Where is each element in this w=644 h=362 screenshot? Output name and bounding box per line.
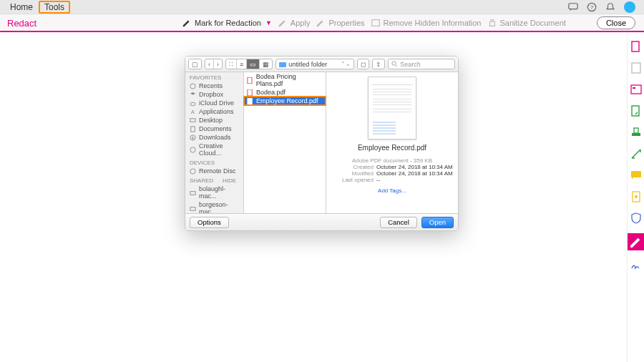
sb-label: Dropbox: [199, 91, 223, 98]
hide-link[interactable]: Hide: [223, 177, 236, 184]
sidebar-item-remote-disc[interactable]: Remote Disc: [185, 167, 243, 175]
options-button[interactable]: Options: [190, 217, 229, 228]
sidebar-item-desktop[interactable]: Desktop: [185, 116, 243, 124]
sidebar-item-recents[interactable]: Recents: [185, 82, 243, 90]
svg-rect-20: [191, 126, 195, 131]
pdf-icon[interactable]: [630, 40, 643, 53]
mark-label: Mark for Redaction: [195, 19, 261, 27]
apply-button[interactable]: Apply: [278, 18, 311, 28]
search-icon: [391, 61, 398, 67]
dialog-toolbar: ▢ ‹› ∷≡▭▦ untitled folder ⌃⌄ ◻ ⇪ Search: [185, 57, 458, 72]
meta-val: --: [376, 177, 380, 183]
sb-label: Recents: [199, 82, 223, 89]
preview-meta: Adobe PDF document - 359 KB CreatedOctob…: [331, 157, 454, 183]
svg-rect-5: [632, 63, 640, 73]
marker-icon: [182, 18, 192, 28]
close-button[interactable]: Close: [597, 16, 635, 29]
create-icon[interactable]: [630, 104, 643, 117]
open-button[interactable]: Open: [421, 217, 454, 228]
file-name: Bodea.pdf: [256, 89, 286, 96]
sidebar-item-documents[interactable]: Documents: [185, 124, 243, 133]
sidebar-head-devices: Devices: [185, 157, 243, 167]
help-icon[interactable]: ?: [587, 2, 597, 12]
sidebar-item-creative-cloud[interactable]: Creative Cloud...: [185, 142, 243, 157]
file-row[interactable]: Bodea Pricing Plans.pdf: [244, 72, 326, 88]
sidebar-item-shared-1[interactable]: bolaughl-mac...: [185, 185, 243, 200]
tag-button[interactable]: ◻: [357, 59, 369, 69]
meta-val: October 24, 2018 at 10:34 AM: [376, 164, 453, 170]
svg-rect-14: [279, 62, 286, 67]
menu-home[interactable]: Home: [4, 1, 39, 14]
sidebar-item-downloads[interactable]: Downloads: [185, 133, 243, 142]
svg-point-13: [635, 195, 638, 198]
shield-icon[interactable]: [630, 212, 643, 225]
file-row-selected[interactable]: Employee Record.pdf: [244, 97, 326, 105]
measure-icon[interactable]: [630, 147, 643, 160]
sidebar-item-applications[interactable]: AApplications: [185, 107, 243, 116]
shared-label: Shared: [190, 177, 213, 184]
sign-icon[interactable]: [630, 259, 643, 272]
dialog-sidebar: Favorites Recents Dropbox iCloud Drive A…: [185, 72, 244, 213]
svg-text:A: A: [191, 109, 195, 115]
svg-rect-7: [633, 87, 635, 89]
svg-rect-0: [569, 3, 577, 9]
redact-pen-icon[interactable]: [628, 233, 645, 250]
pdf-file-icon: [247, 89, 253, 96]
svg-point-15: [392, 62, 396, 65]
form-icon[interactable]: [630, 83, 643, 96]
share-button[interactable]: ⇪: [372, 59, 385, 69]
avatar[interactable]: [624, 1, 635, 13]
open-dialog: ▢ ‹› ∷≡▭▦ untitled folder ⌃⌄ ◻ ⇪ Search …: [185, 56, 459, 231]
sb-label: Applications: [199, 108, 234, 115]
folder-icon: [279, 61, 286, 68]
properties-button[interactable]: Properties: [316, 18, 364, 28]
document-thumbnail: [368, 77, 416, 140]
right-tool-strip: [627, 33, 644, 362]
remove-hidden-button[interactable]: Remove Hidden Information: [371, 18, 482, 28]
view-mode-segment[interactable]: ∷≡▭▦: [225, 59, 273, 69]
ribbon-label: Redact: [0, 18, 44, 29]
remove-hidden-icon: [371, 18, 381, 28]
sanitize-button[interactable]: Sanitize Document: [487, 18, 566, 28]
protect-icon[interactable]: [630, 190, 643, 203]
sidebar-toggle[interactable]: ▢: [188, 59, 202, 69]
sb-label: bolaughl-mac...: [199, 185, 239, 200]
ribbon-tools: Mark for Redaction▼ Apply Properties Rem…: [182, 18, 566, 28]
stamp-icon[interactable]: [630, 126, 643, 139]
menu-tools[interactable]: Tools: [39, 1, 70, 14]
svg-point-17: [190, 102, 195, 106]
export-icon[interactable]: [630, 62, 643, 74]
sidebar-item-shared-2[interactable]: borgeson-mac...: [185, 200, 243, 213]
pdf-file-icon: [247, 77, 253, 84]
sb-label: Downloads: [199, 134, 231, 141]
apply-icon: [278, 18, 288, 28]
nav-back-forward[interactable]: ‹›: [205, 59, 223, 69]
file-column: Bodea Pricing Plans.pdf Bodea.pdf Employ…: [244, 72, 326, 213]
sidebar-item-dropbox[interactable]: Dropbox: [185, 90, 243, 99]
sb-label: Remote Disc: [199, 167, 236, 175]
preview-filename: Employee Record.pdf: [358, 144, 426, 152]
menubar-left: Home Tools: [4, 1, 70, 14]
add-tags-link[interactable]: Add Tags...: [378, 187, 406, 194]
properties-label: Properties: [328, 19, 364, 27]
svg-point-22: [190, 147, 195, 152]
search-input[interactable]: Search: [388, 59, 455, 69]
svg-rect-3: [371, 20, 379, 26]
sb-label: Desktop: [199, 117, 223, 124]
sidebar-item-icloud[interactable]: iCloud Drive: [185, 99, 243, 107]
apply-label: Apply: [291, 19, 311, 27]
sidebar-head-shared: SharedHide: [185, 175, 243, 185]
mark-for-redaction-button[interactable]: Mark for Redaction▼: [182, 18, 272, 28]
top-menubar: Home Tools ?: [0, 0, 644, 14]
bell-icon[interactable]: [605, 2, 615, 12]
chat-icon[interactable]: [568, 2, 578, 12]
cancel-button[interactable]: Cancel: [380, 217, 417, 228]
svg-rect-25: [190, 207, 195, 210]
folder-dropdown[interactable]: untitled folder ⌃⌄: [275, 59, 354, 69]
dialog-body: Favorites Recents Dropbox iCloud Drive A…: [185, 72, 458, 213]
file-row[interactable]: Bodea.pdf: [244, 88, 326, 97]
folder-name: untitled folder: [288, 61, 327, 68]
meta-key: Modified: [331, 170, 374, 177]
sanitize-icon: [487, 18, 497, 28]
comment-icon[interactable]: [630, 169, 643, 182]
